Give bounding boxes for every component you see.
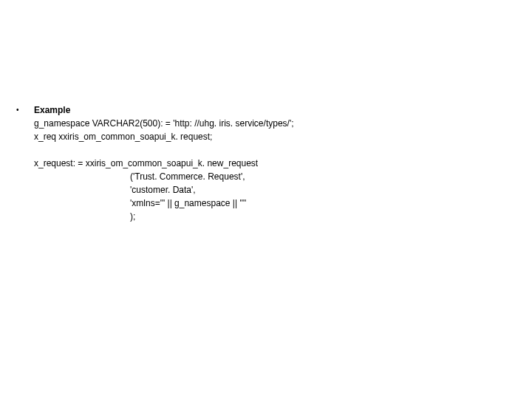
bullet-item: • Example g_namespace VARCHAR2(500): = '… <box>15 103 532 223</box>
code-line-7: ); <box>34 210 294 223</box>
code-line-3: x_request: = xxiris_om_common_soapui_k. … <box>34 157 294 170</box>
bullet-marker: • <box>15 103 34 117</box>
code-line-6: 'xmlns="' || g_namespace || '"' <box>34 197 294 210</box>
code-line-5: 'customer. Data', <box>34 183 294 197</box>
slide-content: • Example g_namespace VARCHAR2(500): = '… <box>0 0 532 223</box>
code-line-4: ('Trust. Commerce. Request', <box>34 170 294 183</box>
example-block: Example g_namespace VARCHAR2(500): = 'ht… <box>34 103 294 223</box>
code-line-2: x_req xxiris_om_common_soapui_k. request… <box>34 130 294 143</box>
code-line-1: g_namespace VARCHAR2(500): = 'http: //uh… <box>34 117 294 130</box>
blank-line <box>34 143 294 157</box>
example-heading: Example <box>34 103 294 117</box>
